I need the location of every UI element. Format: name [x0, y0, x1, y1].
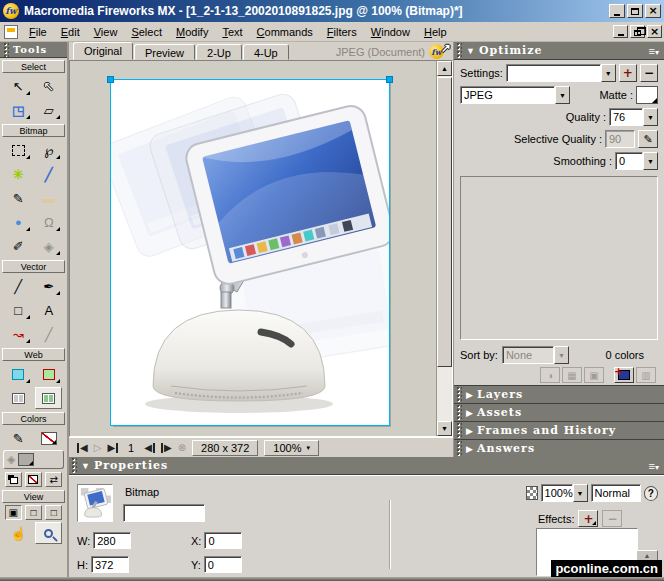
menu-text[interactable]: Text [215, 24, 249, 40]
width-input[interactable] [93, 532, 131, 549]
menu-edit[interactable]: Edit [54, 24, 87, 40]
properties-options-menu-icon[interactable]: ≡▾ [649, 460, 659, 472]
object-name-input[interactable] [123, 504, 205, 522]
subselection-tool[interactable]: ↖ [35, 75, 62, 97]
settings-dropdown[interactable]: ▼ [506, 64, 616, 82]
settings-dropdown-arrow-icon[interactable]: ▼ [601, 64, 616, 82]
answers-gripper[interactable] [456, 440, 462, 457]
optimize-expand-icon[interactable]: ▼ [466, 46, 475, 56]
play-button[interactable]: ▷ [94, 443, 102, 453]
document-icon[interactable] [4, 25, 18, 39]
magic-wand-tool[interactable]: ✳ [5, 163, 32, 185]
export-format-dropdown[interactable]: JPEG ▼ [460, 86, 570, 104]
blur-tool[interactable]: ● [5, 211, 32, 233]
title-bar[interactable]: fw Macromedia Fireworks MX - [1_2-1-13_2… [0, 0, 664, 22]
rectangle-tool[interactable]: □ [5, 299, 32, 321]
sort-dropdown-arrow-icon[interactable]: ▼ [554, 346, 569, 364]
close-button[interactable]: × [645, 4, 661, 18]
selection-handle-topright[interactable] [386, 76, 393, 83]
default-colors-button[interactable] [5, 472, 22, 487]
quality-input[interactable]: 76 ▼ [609, 108, 658, 126]
scroll-up-button[interactable]: ▲ [437, 61, 452, 76]
lock-color-button[interactable]: ▣ [584, 367, 604, 383]
show-slices-button[interactable] [35, 387, 62, 409]
menu-filters[interactable]: Filters [320, 24, 364, 40]
quick-export-button[interactable]: fw ↗ [429, 44, 449, 60]
knife-tool[interactable]: ╱ [35, 323, 62, 345]
delete-color-button[interactable]: ▥ [636, 367, 656, 383]
full-screen-button[interactable]: □ [45, 505, 62, 520]
frames-history-gripper[interactable] [456, 422, 462, 439]
lasso-tool[interactable]: ℘ [35, 139, 62, 161]
help-button[interactable]: ? [644, 486, 658, 501]
swap-colors-button[interactable]: ⇄ [45, 472, 62, 487]
frames-history-expand-icon[interactable]: ▶ [466, 426, 473, 436]
color-table[interactable] [460, 176, 658, 340]
tab-original[interactable]: Original [73, 42, 133, 60]
opacity-dropdown-arrow-icon[interactable]: ▼ [573, 484, 588, 502]
last-frame-button[interactable]: ▶ [107, 443, 118, 453]
maximize-button[interactable] [627, 4, 643, 18]
scrollbar-thumb[interactable] [437, 77, 452, 367]
line-tool[interactable]: ╱ [5, 275, 32, 297]
pencil-tool[interactable]: ✎ [5, 187, 32, 209]
opacity-dropdown[interactable]: 100% ▼ [541, 484, 588, 502]
fill-color-well[interactable] [18, 453, 34, 466]
hand-tool[interactable]: ☝ [5, 522, 32, 544]
doc-minimize-button[interactable] [613, 25, 628, 38]
tab-4up[interactable]: 4-Up [243, 44, 289, 60]
rubber-stamp-tool[interactable]: Ω [35, 211, 62, 233]
transparency-button[interactable]: ▦ [562, 367, 582, 383]
properties-panel-header[interactable]: ▼ Properties ≡▾ [69, 457, 664, 475]
smoothing-dropdown-arrow-icon[interactable]: ▼ [643, 152, 658, 170]
vertical-scrollbar[interactable]: ▲ ▼ [436, 61, 452, 436]
standard-screen-button[interactable]: ▣ [5, 505, 22, 520]
text-tool[interactable]: A [35, 299, 62, 321]
selection-handle-topleft[interactable] [107, 76, 114, 83]
canvas-area[interactable]: ▲ ▼ [69, 60, 453, 437]
previous-frame-button[interactable]: ◀ [144, 443, 155, 453]
sort-by-dropdown[interactable]: None ▼ [502, 346, 569, 364]
rectangle-hotspot-tool[interactable] [5, 363, 32, 385]
menu-file[interactable]: File [22, 24, 54, 40]
pen-tool[interactable]: ✒ [35, 275, 62, 297]
save-settings-button[interactable]: + [619, 64, 637, 82]
hide-slices-button[interactable] [5, 387, 32, 409]
properties-gripper[interactable] [71, 457, 77, 474]
menu-select[interactable]: Select [124, 24, 169, 40]
assets-gripper[interactable] [456, 404, 462, 421]
distort-tool[interactable]: ▱ [35, 99, 62, 121]
menu-view[interactable]: View [87, 24, 125, 40]
frames-history-panel-header[interactable]: ▶ Frames and History [454, 421, 664, 439]
no-color-button[interactable] [25, 472, 42, 487]
answers-panel-header[interactable]: ▶ Answers [454, 439, 664, 457]
optimize-gripper[interactable] [456, 42, 462, 59]
edit-color-button[interactable]: ◑ [540, 367, 560, 383]
remove-effect-button[interactable]: − [602, 510, 622, 527]
format-dropdown-arrow-icon[interactable]: ▼ [555, 86, 570, 104]
menu-commands[interactable]: Commands [250, 24, 320, 40]
eraser-tool[interactable]: ▬ [35, 187, 62, 209]
first-frame-button[interactable]: ◀ [77, 443, 88, 453]
scroll-down-button[interactable]: ▼ [437, 421, 452, 436]
layers-panel-header[interactable]: ▶ Layers [454, 385, 664, 403]
scale-tool[interactable]: ◳ [5, 99, 32, 121]
next-frame-button[interactable]: ▶ [161, 443, 172, 453]
slice-tool[interactable] [35, 363, 62, 385]
menu-modify[interactable]: Modify [169, 24, 215, 40]
layers-gripper[interactable] [456, 386, 462, 403]
doc-restore-button[interactable] [630, 25, 645, 38]
stroke-color-well[interactable] [35, 427, 62, 449]
doc-close-button[interactable]: × [647, 25, 662, 38]
matte-color-well[interactable] [636, 86, 658, 104]
paint-bucket-tool[interactable]: ◈ [35, 235, 62, 257]
stop-button[interactable]: ⊗ [178, 443, 186, 453]
eyedropper-tool[interactable]: ✐ [5, 235, 32, 257]
optimize-options-menu-icon[interactable]: ≡▾ [649, 45, 659, 57]
layers-expand-icon[interactable]: ▶ [466, 390, 473, 400]
freeform-tool[interactable]: ↝ [5, 323, 32, 345]
assets-expand-icon[interactable]: ▶ [466, 408, 473, 418]
brush-tool[interactable]: ╱ [35, 163, 62, 185]
assets-panel-header[interactable]: ▶ Assets [454, 403, 664, 421]
blend-mode-input[interactable] [591, 484, 641, 502]
